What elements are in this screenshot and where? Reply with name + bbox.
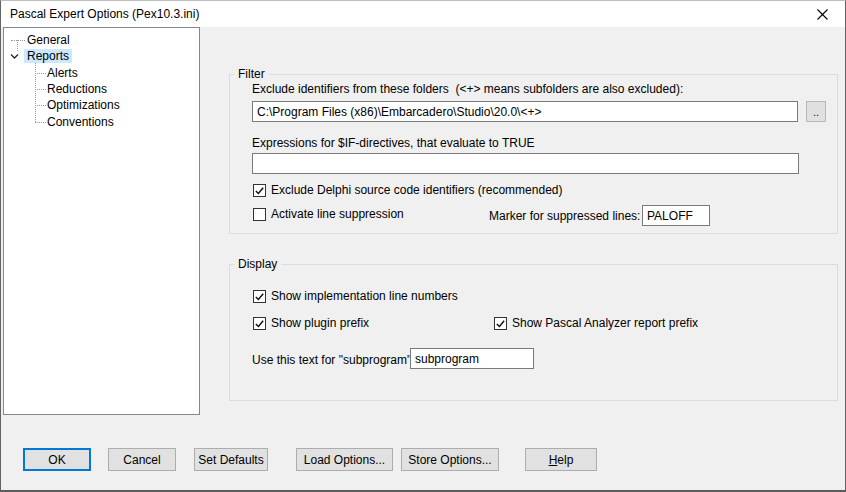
help-button[interactable]: Help [525, 448, 597, 471]
if-directives-input[interactable] [252, 153, 799, 174]
plugin-prefix-checkbox-row[interactable]: Show plugin prefix [253, 316, 369, 330]
chevron-down-icon[interactable] [9, 51, 20, 62]
marker-label: Marker for suppressed lines: [489, 209, 640, 223]
store-options-button[interactable]: Store Options... [401, 448, 499, 471]
display-group-legend: Display [234, 257, 281, 271]
load-options-button[interactable]: Load Options... [296, 448, 393, 471]
plugin-prefix-checkbox[interactable] [253, 317, 266, 330]
tree-item-label: Alerts [44, 66, 81, 80]
cancel-button[interactable]: Cancel [108, 448, 176, 471]
impl-line-numbers-checkbox-row[interactable]: Show implementation line numbers [253, 289, 458, 303]
tree-connector [35, 58, 36, 122]
subprogram-text-input[interactable] [410, 348, 534, 369]
tree-item-label: General [24, 33, 73, 47]
check-icon [495, 318, 506, 329]
tree-item-conventions[interactable]: Conventions [44, 115, 117, 130]
tree-item-reports[interactable]: Reports [24, 49, 72, 64]
impl-line-numbers-checkbox[interactable] [253, 290, 266, 303]
close-icon [817, 9, 828, 20]
tree-item-reductions[interactable]: Reductions [44, 82, 110, 97]
if-directives-label: Expressions for $IF-directives, that eva… [252, 136, 535, 150]
browse-folders-button[interactable]: .. [806, 101, 826, 122]
subprogram-text-label: Use this text for "subprogram": [252, 353, 415, 367]
tree-item-alerts[interactable]: Alerts [44, 66, 81, 81]
filter-group: Filter Exclude identifiers from these fo… [229, 74, 838, 234]
tree-connector [11, 40, 25, 41]
help-button-accelerator: H [549, 453, 558, 467]
ok-button[interactable]: OK [23, 448, 91, 471]
check-icon [254, 291, 265, 302]
activate-suppression-checkbox[interactable] [253, 208, 266, 221]
tree-item-optimizations[interactable]: Optimizations [44, 98, 123, 113]
close-button[interactable] [800, 1, 845, 27]
activate-suppression-label: Activate line suppression [271, 207, 404, 221]
window-title: Pascal Expert Options (Pex10.3.ini) [1, 7, 199, 21]
check-icon [254, 318, 265, 329]
exclude-delphi-label: Exclude Delphi source code identifiers (… [271, 183, 562, 197]
title-bar: Pascal Expert Options (Pex10.3.ini) [1, 1, 845, 27]
pa-report-prefix-label: Show Pascal Analyzer report prefix [512, 316, 698, 330]
check-icon [254, 185, 265, 196]
set-defaults-button[interactable]: Set Defaults [194, 448, 268, 471]
exclude-folders-input[interactable] [252, 101, 798, 122]
filter-group-legend: Filter [234, 67, 269, 81]
exclude-folders-label: Exclude identifiers from these folders (… [252, 82, 683, 96]
pa-report-prefix-checkbox-row[interactable]: Show Pascal Analyzer report prefix [494, 316, 698, 330]
tree-item-label: Conventions [44, 115, 117, 129]
plugin-prefix-label: Show plugin prefix [271, 316, 369, 330]
options-tree: General Reports Alerts Reductions Optimi… [3, 27, 200, 415]
help-button-label-rest: elp [557, 453, 573, 467]
activate-suppression-checkbox-row[interactable]: Activate line suppression [253, 207, 404, 221]
marker-input[interactable] [642, 205, 710, 226]
tree-item-label: Reports [24, 49, 72, 63]
display-group: Display Show implementation line numbers… [229, 264, 838, 401]
tree-connector [17, 40, 18, 51]
tree-item-label: Optimizations [44, 98, 123, 112]
pascal-expert-options-dialog: Pascal Expert Options (Pex10.3.ini) Gene… [0, 0, 846, 492]
exclude-delphi-checkbox[interactable] [253, 184, 266, 197]
tree-item-label: Reductions [44, 82, 110, 96]
impl-line-numbers-label: Show implementation line numbers [271, 289, 458, 303]
pa-report-prefix-checkbox[interactable] [494, 317, 507, 330]
tree-item-general[interactable]: General [24, 33, 73, 48]
exclude-delphi-checkbox-row[interactable]: Exclude Delphi source code identifiers (… [253, 183, 562, 197]
